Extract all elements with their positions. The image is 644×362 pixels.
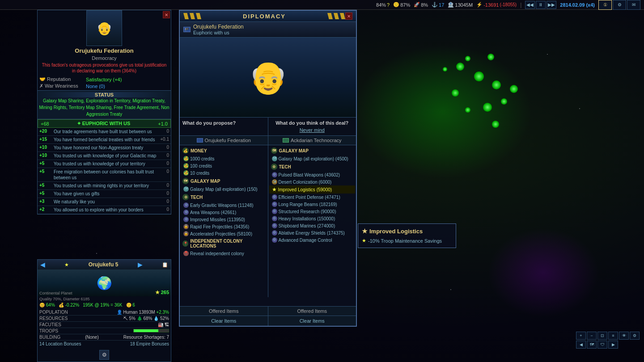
trade-heavy-installations[interactable]: ⚙ Heavy Installations (150000) <box>269 215 356 222</box>
orujukefu-flag <box>197 138 203 143</box>
speed-pause-button[interactable]: ⏸ <box>536 1 546 9</box>
map-fit-button[interactable]: ⊡ <box>597 332 607 340</box>
colony-settings-row: ⚙ <box>38 348 171 362</box>
location-bonuses[interactable]: 14 Location Bonuses <box>39 341 81 346</box>
tooltip-title: ★ Improved Logistics <box>362 227 452 235</box>
colony-prev-button[interactable]: ◀ <box>40 261 45 268</box>
hud-fleet: 🚀 8% <box>414 2 428 8</box>
colony-quality: Quality 70%, Diameter 6185 <box>38 296 171 302</box>
empire-bonuses[interactable]: 18 Empire Bonuses <box>130 341 169 346</box>
offered-footer: Offered Items Offered Items <box>180 306 356 316</box>
money-icon-sm: 💰 <box>183 156 189 161</box>
trade-efficient-point[interactable]: ⚙ Efficient Point Defense (47471) <box>269 194 356 201</box>
map-ctrl-row-2: ◀ 🗺 🛡 ▶ <box>576 341 640 349</box>
colony-settings-button[interactable]: ⚙ <box>99 350 109 360</box>
tech-category-left: ⚙ TECH <box>181 193 267 202</box>
euphoric-bar: +68 ✦ EUPHORIC WITH US +1.0 <box>38 119 171 128</box>
leader-flag: 🏴 <box>183 27 191 32</box>
troops-row: TROOPS <box>39 328 169 334</box>
tech-icon-sm-r8: ⚙ <box>272 223 277 228</box>
trade-ablative-shields[interactable]: ⚙ Ablative Energy Shields (174375) <box>269 229 356 236</box>
trade-1000-credits[interactable]: 💰 1000 credits <box>181 155 267 162</box>
tab-ackdarian[interactable]: Ackdarian Technocracy <box>268 136 356 145</box>
map-layer-button[interactable]: 🗺 <box>587 341 597 349</box>
trade-improved-logistics[interactable]: ★ Improved Logistics (59000) <box>269 185 356 194</box>
tax-stat: 💰 -0.22% <box>59 303 79 307</box>
trade-long-range-beams[interactable]: ⚙ Long Range Beams (182169) <box>269 201 356 208</box>
relation-item: +3 We naturally like you 0 <box>38 198 171 206</box>
faction-leader-bar: 🏴 Orujukefu Federation Euphoric with us <box>180 22 356 37</box>
trade-improved-missiles[interactable]: ⚙ Improved Missiles (113950) <box>181 216 267 223</box>
tech-icon: ⚙ <box>182 194 189 200</box>
diplomacy-title-bar: DIPLOMACY ✕ <box>180 11 356 22</box>
proposal-question: What do you propose? <box>182 120 265 126</box>
faction-portrait: 👴 <box>86 10 122 46</box>
settings-button[interactable]: ⚙ <box>613 0 626 10</box>
map-objects <box>429 54 519 143</box>
euphoric-score: +1.0 <box>158 121 168 126</box>
hud-fleets-count: ⚓ 17 <box>432 2 444 8</box>
tech-icon-sm-r9: ⚙ <box>272 230 277 236</box>
map-view-button[interactable]: 👁 <box>619 332 629 340</box>
hud-date: 2814.02.09 (x4) <box>560 2 595 8</box>
map-extra-button[interactable]: ⚙ <box>630 332 640 340</box>
tech-icon-sm: ⚙ <box>183 202 189 208</box>
relation-item: +2 You allowed us to explore within your… <box>38 206 171 214</box>
map-zoom-in-button[interactable]: + <box>576 332 586 340</box>
speed-forward-button[interactable]: ▶▶ <box>547 1 556 9</box>
faction-panel-close-button[interactable]: ✕ <box>163 11 170 18</box>
tech-icon-sm: ⚙ <box>183 217 189 222</box>
star-effect-icon: ★ <box>362 238 366 244</box>
never-mind-button[interactable]: Never mind <box>271 127 354 133</box>
clear-items-right-button[interactable]: Clear Items <box>268 316 356 326</box>
speed-back-button[interactable]: ◀◀ <box>525 1 535 9</box>
trade-col-left: 💰 MONEY 💰 1000 credits 💰 100 credits 💰 1… <box>180 145 268 297</box>
map-shield-button[interactable]: 🛡 <box>597 341 607 349</box>
relation-item: +5 You trusted us with mining rights in … <box>38 182 171 190</box>
trade-10-credits[interactable]: 💰 10 credits <box>181 169 267 177</box>
total-score: +68 <box>41 121 49 126</box>
colony-category: 📍 INDEPENDENT COLONY LOCATIONS <box>181 237 267 250</box>
trade-galaxy-map-right[interactable]: 🗺 Galaxy Map (all exploration) (4500) <box>269 155 356 162</box>
nebula-purple <box>487 228 599 317</box>
colony-name: Orujukefu 5 <box>89 261 119 268</box>
tooltip-effect-1: ★ -10% Troop Maintenance Savings <box>362 237 452 244</box>
map-move-left-button[interactable]: ◀ <box>576 341 586 349</box>
trade-structured-research[interactable]: ⚙ Structured Research (90000) <box>269 208 356 215</box>
map-move-right-button[interactable]: ▶ <box>608 341 618 349</box>
relation-item: +20 Our trade agreements have built trus… <box>38 128 171 136</box>
trade-accelerated[interactable]: 🔒 Accelerated Projectiles (58100) <box>181 230 267 237</box>
diplo-stripes-right <box>327 13 345 19</box>
diplomacy-close-button[interactable]: ✕ <box>345 13 352 20</box>
trade-shipboard-marines[interactable]: ⚙ Shipboard Marines (274000) <box>269 222 356 229</box>
tab-orujukefu[interactable]: Orujukefu Federation <box>180 136 268 145</box>
trade-pulsed-blast[interactable]: ⚙ Pulsed Blast Weapons (43602) <box>269 171 356 178</box>
trade-desert-colonization[interactable]: 🏜 Desert Colonization (6000) <box>269 178 356 185</box>
map-filter-button[interactable]: ≡ <box>608 332 618 340</box>
hud-morale: 🙂 87% <box>393 2 410 8</box>
colony-header: ◀ ★ Orujukefu 5 ▶ 📋 <box>38 260 171 269</box>
notifications-button[interactable]: ① <box>598 0 612 10</box>
trade-col-right: 🗺 GALAXY MAP 🗺 Galaxy Map (all explorati… <box>268 145 356 297</box>
trade-area-weapons[interactable]: ⚙ Area Weapons (42661) <box>181 209 267 216</box>
population-row: POPULATION 👤 Human 13893M +2.3% <box>39 309 169 316</box>
trade-rapid-fire[interactable]: 🔒 Rapid Fire Projectiles (34356) <box>181 223 267 230</box>
tech-category-right: ⚙ TECH <box>269 162 356 171</box>
relation-item: +15 You have formed beneficial treaties … <box>38 136 171 144</box>
colony-next-button[interactable]: ▶ <box>138 261 143 268</box>
trade-galaxy-map-left[interactable]: 🗺 Galaxy Map (all exploration) (150) <box>181 185 267 193</box>
trade-early-gravitic[interactable]: ⚙ Early Gravitic Weapons (11248) <box>181 202 267 209</box>
faction-stats: 🤝 Reputation Satisfactory (+4) ✗ War Wea… <box>38 75 171 90</box>
map-zoom-out-button[interactable]: − <box>587 332 597 340</box>
trade-100-credits[interactable]: 💰 100 credits <box>181 162 267 169</box>
trade-reveal-colony[interactable]: 📍 Reveal independent colony <box>181 250 267 257</box>
faction-name: Orujukefu Federation <box>38 46 171 55</box>
tech-icon-sm-r7: ⚙ <box>272 216 277 221</box>
leader-portrait: 👴 <box>180 37 356 118</box>
messages-button[interactable]: ✉ <box>627 0 640 10</box>
trade-advanced-damage[interactable]: ⚙ Advanced Damage Control <box>269 236 356 244</box>
relation-item: +5 Free migration between our colonies h… <box>38 168 171 182</box>
clear-items-left-button[interactable]: Clear Items <box>180 316 268 326</box>
colony-stats-row: 😊 64% 💰 -0.22% 195K @ 19% = 36K 🙂 6 <box>38 302 171 308</box>
status-title: STATUS <box>39 92 169 97</box>
